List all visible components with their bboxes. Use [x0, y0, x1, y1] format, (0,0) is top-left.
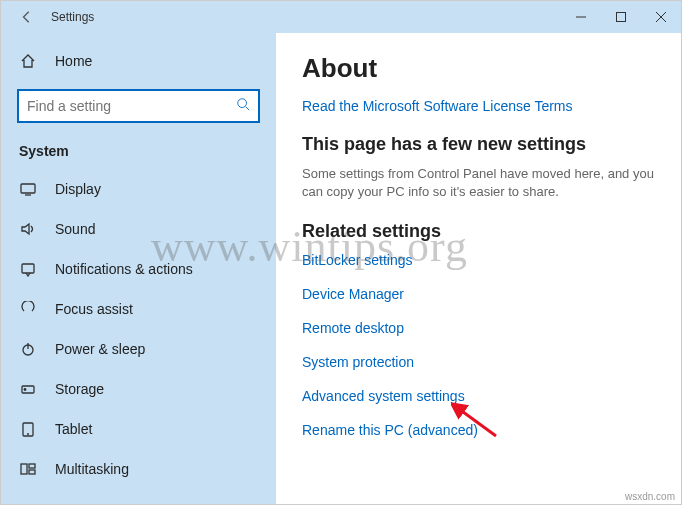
svg-rect-15 — [21, 464, 27, 474]
svg-rect-16 — [29, 464, 35, 468]
attribution-text: wsxdn.com — [625, 491, 675, 502]
new-settings-body: Some settings from Control Panel have mo… — [302, 165, 655, 201]
sidebar-item-label: Multitasking — [55, 461, 129, 477]
display-icon — [19, 180, 37, 198]
notifications-icon — [19, 260, 37, 278]
link-remote-desktop[interactable]: Remote desktop — [302, 320, 655, 336]
link-rename-pc-advanced[interactable]: Rename this PC (advanced) — [302, 422, 655, 438]
sidebar-item-label: Focus assist — [55, 301, 133, 317]
link-device-manager[interactable]: Device Manager — [302, 286, 655, 302]
page-title: About — [302, 53, 655, 84]
minimize-button[interactable] — [561, 1, 601, 33]
svg-rect-8 — [22, 264, 34, 273]
svg-point-4 — [238, 99, 247, 108]
link-advanced-system-settings[interactable]: Advanced system settings — [302, 388, 655, 404]
sidebar-item-focus-assist[interactable]: Focus assist — [1, 289, 276, 329]
svg-rect-1 — [617, 13, 626, 22]
search-input[interactable] — [27, 98, 236, 114]
tablet-icon — [19, 420, 37, 438]
sidebar: Home System Display Sound Notifications … — [1, 33, 276, 504]
power-icon — [19, 340, 37, 358]
new-settings-heading: This page has a few new settings — [302, 134, 655, 155]
focus-assist-icon — [19, 300, 37, 318]
sidebar-item-multitasking[interactable]: Multitasking — [1, 449, 276, 489]
storage-icon — [19, 380, 37, 398]
window-controls — [561, 1, 681, 33]
sidebar-home-label: Home — [55, 53, 92, 69]
back-button[interactable] — [11, 1, 43, 33]
close-button[interactable] — [641, 1, 681, 33]
sidebar-item-label: Power & sleep — [55, 341, 145, 357]
search-icon — [236, 97, 250, 115]
sound-icon — [19, 220, 37, 238]
link-system-protection[interactable]: System protection — [302, 354, 655, 370]
svg-rect-6 — [21, 184, 35, 193]
sidebar-item-label: Storage — [55, 381, 104, 397]
sidebar-item-label: Notifications & actions — [55, 261, 193, 277]
home-icon — [19, 52, 37, 70]
multitasking-icon — [19, 460, 37, 478]
link-bitlocker-settings[interactable]: BitLocker settings — [302, 252, 655, 268]
maximize-button[interactable] — [601, 1, 641, 33]
related-settings-heading: Related settings — [302, 221, 655, 242]
titlebar: Settings — [1, 1, 681, 33]
sidebar-section-header: System — [1, 137, 276, 169]
sidebar-item-notifications[interactable]: Notifications & actions — [1, 249, 276, 289]
sidebar-item-storage[interactable]: Storage — [1, 369, 276, 409]
search-input-wrapper[interactable] — [17, 89, 260, 123]
main-content: About Read the Microsoft Software Licens… — [276, 33, 681, 504]
sidebar-item-label: Tablet — [55, 421, 92, 437]
sidebar-item-label: Sound — [55, 221, 95, 237]
sidebar-item-label: Display — [55, 181, 101, 197]
svg-line-5 — [246, 107, 250, 111]
sidebar-item-power-sleep[interactable]: Power & sleep — [1, 329, 276, 369]
sidebar-item-tablet[interactable]: Tablet — [1, 409, 276, 449]
svg-rect-17 — [29, 470, 35, 474]
window-title: Settings — [51, 10, 94, 24]
sidebar-item-display[interactable]: Display — [1, 169, 276, 209]
license-terms-link[interactable]: Read the Microsoft Software License Term… — [302, 98, 655, 114]
svg-point-12 — [24, 389, 26, 391]
sidebar-home[interactable]: Home — [1, 41, 276, 81]
sidebar-item-sound[interactable]: Sound — [1, 209, 276, 249]
